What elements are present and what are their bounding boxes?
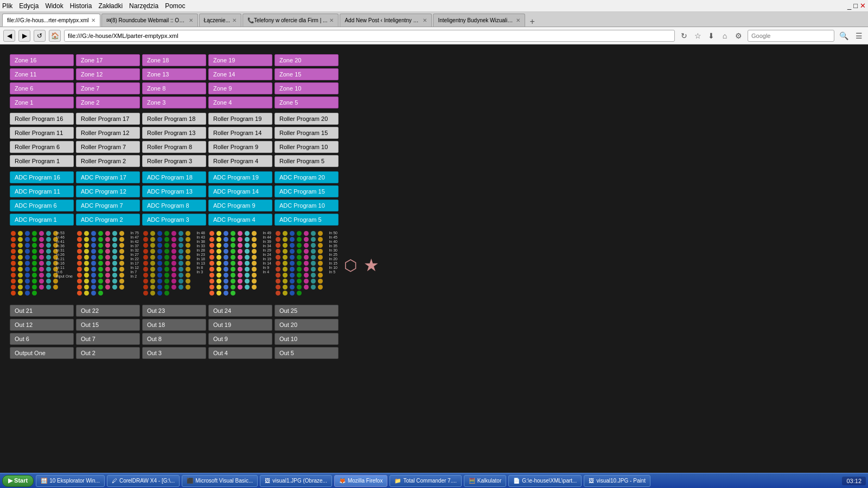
out-btn-out-23[interactable]: Out 23: [142, 305, 206, 317]
taskbar-item-explorator[interactable]: 🪟 10 Eksplorator Win...: [36, 475, 105, 487]
menu-plik[interactable]: Plik: [2, 2, 12, 10]
tab-2[interactable]: Łączenie... ✕: [199, 14, 241, 27]
out-btn-out-7[interactable]: Out 7: [76, 333, 140, 345]
zone-btn-zone-10[interactable]: Zone 10: [275, 82, 339, 94]
zone-btn-zone-2[interactable]: Zone 2: [76, 97, 140, 108]
menu-widok[interactable]: Widok: [45, 2, 63, 10]
menu-edycja[interactable]: Edycja: [19, 2, 39, 10]
out-btn-out-22[interactable]: Out 22: [76, 305, 140, 317]
taskbar-item-firefox[interactable]: 🦊 Mozilla Firefox: [334, 475, 387, 487]
tab-4[interactable]: Add New Post ‹ Inteligentny Dom,... ✕: [340, 14, 432, 27]
adc-btn-adc-program-11[interactable]: ADC Program 11: [10, 185, 74, 197]
adc-btn-adc-program-20[interactable]: ADC Program 20: [275, 171, 339, 183]
roller-btn-roller-program-14[interactable]: Roller Program 14: [208, 127, 272, 139]
menu-narzedzia[interactable]: Narzędzia: [129, 2, 158, 10]
out-btn-out-5[interactable]: Out 5: [275, 347, 339, 359]
out-btn-out-2[interactable]: Out 2: [76, 347, 140, 359]
roller-btn-roller-program-19[interactable]: Roller Program 19: [208, 113, 272, 125]
roller-btn-roller-program-7[interactable]: Roller Program 7: [76, 141, 140, 153]
url-input[interactable]: [64, 30, 675, 42]
adc-btn-adc-program-8[interactable]: ADC Program 8: [142, 200, 206, 211]
zone-btn-zone-9[interactable]: Zone 9: [208, 82, 272, 94]
roller-btn-roller-program-13[interactable]: Roller Program 13: [142, 127, 206, 139]
out-btn-out-24[interactable]: Out 24: [208, 305, 272, 317]
search-input[interactable]: [748, 30, 834, 42]
adc-btn-adc-program-5[interactable]: ADC Program 5: [275, 214, 339, 226]
roller-btn-roller-program-9[interactable]: Roller Program 9: [208, 141, 272, 153]
star-icon[interactable]: ★: [362, 256, 380, 274]
zone-btn-zone-17[interactable]: Zone 17: [76, 54, 140, 66]
zone-btn-zone-18[interactable]: Zone 18: [142, 54, 206, 66]
zone-btn-zone-19[interactable]: Zone 19: [208, 54, 272, 66]
roller-btn-roller-program-5[interactable]: Roller Program 5: [275, 155, 339, 167]
menu-zakladki[interactable]: Zakładki: [98, 2, 123, 10]
roller-btn-roller-program-11[interactable]: Roller Program 11: [10, 127, 74, 139]
out-btn-out-9[interactable]: Out 9: [208, 333, 272, 345]
roller-btn-roller-program-1[interactable]: Roller Program 1: [10, 155, 74, 167]
adc-btn-adc-program-3[interactable]: ADC Program 3: [142, 214, 206, 226]
tab-5[interactable]: Inteligentny Budynek Wizualiz... ✕: [433, 14, 525, 27]
taskbar-item-totalcmd[interactable]: 📁 Total Commander 7....: [390, 475, 461, 487]
taskbar-item-xml[interactable]: 📄 G:\e-house\XML\part...: [508, 475, 582, 487]
reload-button[interactable]: ↺: [34, 30, 46, 42]
tab-0[interactable]: file:///G:/e-hous...rter-emptypx.xml ✕: [2, 14, 100, 27]
zone-btn-zone-13[interactable]: Zone 13: [142, 68, 206, 80]
zone-btn-zone-1[interactable]: Zone 1: [10, 97, 74, 108]
roller-btn-roller-program-15[interactable]: Roller Program 15: [275, 127, 339, 139]
adc-btn-adc-program-16[interactable]: ADC Program 16: [10, 171, 74, 183]
bookmark-icon[interactable]: ☆: [692, 30, 704, 42]
tab-2-close[interactable]: ✕: [232, 17, 237, 23]
roller-btn-roller-program-17[interactable]: Roller Program 17: [76, 113, 140, 125]
roller-btn-roller-program-6[interactable]: Roller Program 6: [10, 141, 74, 153]
zone-btn-zone-15[interactable]: Zone 15: [275, 68, 339, 80]
roller-btn-roller-program-2[interactable]: Roller Program 2: [76, 155, 140, 167]
adc-btn-adc-program-10[interactable]: ADC Program 10: [275, 200, 339, 211]
out-btn-out-8[interactable]: Out 8: [142, 333, 206, 345]
menu-icon[interactable]: ☰: [853, 30, 865, 42]
adc-btn-adc-program-1[interactable]: ADC Program 1: [10, 214, 74, 226]
roller-btn-roller-program-20[interactable]: Roller Program 20: [275, 113, 339, 125]
out-btn-out-18[interactable]: Out 18: [142, 319, 206, 331]
adc-btn-adc-program-4[interactable]: ADC Program 4: [208, 214, 272, 226]
zone-btn-zone-14[interactable]: Zone 14: [208, 68, 272, 80]
adc-btn-adc-program-6[interactable]: ADC Program 6: [10, 200, 74, 211]
zone-btn-zone-11[interactable]: Zone 11: [10, 68, 74, 80]
taskbar-item-img1[interactable]: 🖼 visual1.JPG (Obraze...: [260, 475, 332, 487]
search-icon[interactable]: 🔍: [838, 30, 850, 42]
adc-btn-adc-program-7[interactable]: ADC Program 7: [76, 200, 140, 211]
back-button[interactable]: ◀: [3, 30, 15, 42]
roller-btn-roller-program-3[interactable]: Roller Program 3: [142, 155, 206, 167]
zone-btn-zone-20[interactable]: Zone 20: [275, 54, 339, 66]
roller-btn-roller-program-8[interactable]: Roller Program 8: [142, 141, 206, 153]
zone-btn-zone-6[interactable]: Zone 6: [10, 82, 74, 94]
add-tab-button[interactable]: +: [526, 17, 538, 27]
tab-0-close[interactable]: ✕: [91, 17, 95, 23]
out-btn-out-15[interactable]: Out 15: [76, 319, 140, 331]
adc-btn-adc-program-12[interactable]: ADC Program 12: [76, 185, 140, 197]
out-btn-out-10[interactable]: Out 10: [275, 333, 339, 345]
adc-btn-adc-program-18[interactable]: ADC Program 18: [142, 171, 206, 183]
forward-button[interactable]: ▶: [18, 30, 30, 42]
zone-btn-zone-16[interactable]: Zone 16: [10, 54, 74, 66]
zone-btn-zone-3[interactable]: Zone 3: [142, 97, 206, 108]
zone-btn-zone-4[interactable]: Zone 4: [208, 97, 272, 108]
tab-1[interactable]: ✉ (8) Roundcube Webmail :: Od... ✕: [101, 14, 198, 27]
menu-historia[interactable]: Historia: [70, 2, 92, 10]
start-button[interactable]: ▶ Start: [2, 475, 34, 487]
tab-3[interactable]: 📞 Telefony w ofercie dla Firm | ... ✕: [242, 14, 339, 27]
window-minimize[interactable]: _: [847, 2, 851, 10]
adc-btn-adc-program-9[interactable]: ADC Program 9: [208, 200, 272, 211]
roller-btn-roller-program-4[interactable]: Roller Program 4: [208, 155, 272, 167]
tab-1-close[interactable]: ✕: [189, 17, 193, 23]
zone-btn-zone-12[interactable]: Zone 12: [76, 68, 140, 80]
window-close[interactable]: ✕: [860, 2, 866, 10]
zone-btn-zone-8[interactable]: Zone 8: [142, 82, 206, 94]
roller-btn-roller-program-10[interactable]: Roller Program 10: [275, 141, 339, 153]
settings-icon[interactable]: ⚙: [732, 30, 744, 42]
tab-3-close[interactable]: ✕: [329, 17, 334, 23]
taskbar-item-calc[interactable]: 🧮 Kalkulator: [464, 475, 506, 487]
adc-btn-adc-program-19[interactable]: ADC Program 19: [208, 171, 272, 183]
zone-btn-zone-5[interactable]: Zone 5: [275, 97, 339, 108]
adc-btn-adc-program-2[interactable]: ADC Program 2: [76, 214, 140, 226]
out-btn-out-12[interactable]: Out 12: [10, 319, 74, 331]
